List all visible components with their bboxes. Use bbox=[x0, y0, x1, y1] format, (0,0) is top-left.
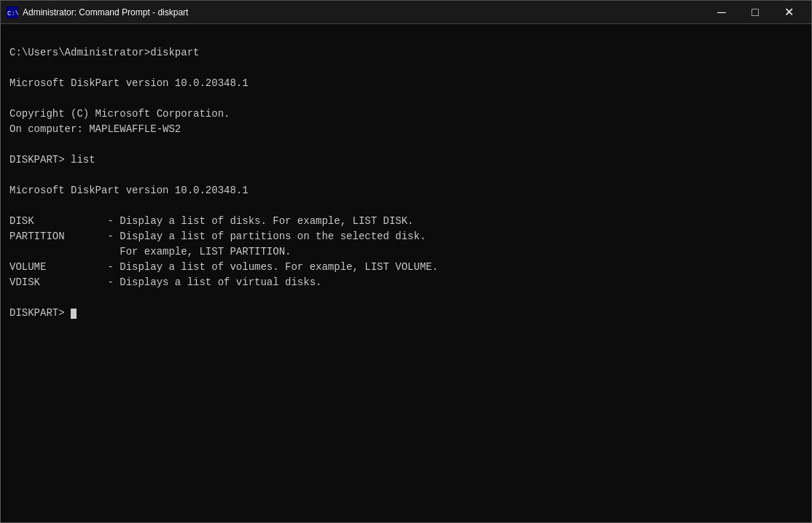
console-line: Copyright (C) Microsoft Corporation. bbox=[9, 106, 803, 122]
close-button[interactable]: ✕ bbox=[772, 1, 805, 24]
console-line: PARTITION - Display a list of partitions… bbox=[9, 229, 803, 244]
cmd-window: C:\ Administrator: Command Prompt - disk… bbox=[0, 0, 812, 523]
console-line bbox=[9, 61, 803, 76]
console-line: On computer: MAPLEWAFFLE-WS2 bbox=[9, 122, 803, 137]
cursor bbox=[71, 309, 77, 319]
console-line: VOLUME - Display a list of volumes. For … bbox=[9, 260, 803, 275]
console-line: VDISK - Displays a list of virtual disks… bbox=[9, 275, 803, 290]
console-output[interactable]: C:\Users\Administrator>diskpartMicrosoft… bbox=[1, 24, 811, 522]
minimize-button[interactable]: ─ bbox=[705, 1, 738, 24]
console-line bbox=[9, 168, 803, 183]
window-title: Administrator: Command Prompt - diskpart bbox=[23, 7, 705, 18]
console-line bbox=[9, 137, 803, 152]
title-bar: C:\ Administrator: Command Prompt - disk… bbox=[1, 1, 811, 24]
console-line: Microsoft DiskPart version 10.0.20348.1 bbox=[9, 76, 803, 91]
cmd-icon: C:\ bbox=[7, 7, 18, 18]
console-line bbox=[9, 30, 803, 45]
console-line: C:\Users\Administrator>diskpart bbox=[9, 45, 803, 61]
console-line: Microsoft DiskPart version 10.0.20348.1 bbox=[9, 183, 803, 198]
console-line: For example, LIST PARTITION. bbox=[9, 244, 803, 260]
window-controls: ─ □ ✕ bbox=[705, 1, 805, 24]
svg-text:C:\: C:\ bbox=[7, 10, 18, 18]
console-line bbox=[9, 91, 803, 106]
console-line: DISK - Display a list of disks. For exam… bbox=[9, 214, 803, 229]
console-line bbox=[9, 198, 803, 214]
console-line: DISKPART> bbox=[9, 306, 803, 321]
maximize-button[interactable]: □ bbox=[738, 1, 772, 24]
console-line: DISKPART> list bbox=[9, 152, 803, 168]
console-line bbox=[9, 290, 803, 306]
